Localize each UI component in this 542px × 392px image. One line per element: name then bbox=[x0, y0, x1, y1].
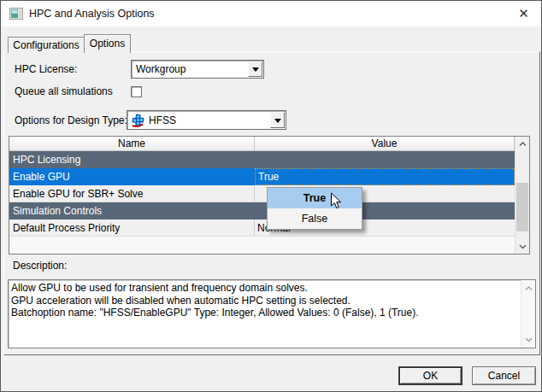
dropdown-option-false[interactable]: False bbox=[268, 208, 362, 229]
description-label: Description: bbox=[13, 257, 67, 275]
queue-all-simulations-label: Queue all simulations bbox=[15, 83, 113, 101]
scroll-up-icon[interactable] bbox=[521, 281, 535, 295]
column-header-name[interactable]: Name bbox=[9, 137, 255, 150]
scroll-up-icon[interactable] bbox=[515, 137, 529, 151]
design-type-value: HFSS bbox=[149, 111, 176, 129]
enable-gpu-value-editor[interactable]: True bbox=[255, 168, 515, 185]
hpc-license-combobox[interactable]: Workgroup bbox=[131, 60, 264, 79]
design-type-label: Options for Design Type: bbox=[15, 112, 127, 130]
hfss-icon bbox=[131, 114, 145, 128]
close-icon[interactable]: ✕ bbox=[504, 1, 542, 26]
tab-options[interactable]: Options bbox=[84, 34, 131, 53]
description-box[interactable]: Allow GPU to be used for transient and f… bbox=[8, 279, 536, 348]
hpc-license-value: Workgroup bbox=[136, 61, 186, 78]
hpc-license-dropdown-button[interactable] bbox=[248, 61, 262, 77]
design-type-combobox[interactable]: HFSS bbox=[127, 110, 286, 130]
tab-configurations[interactable]: Configurations bbox=[8, 37, 85, 53]
description-text: Allow GPU to be used for transient and f… bbox=[11, 282, 518, 319]
property-grid-body: Name Value HPC Licensing Enable GPU True… bbox=[9, 137, 515, 254]
window-title: HPC and Analysis Options bbox=[29, 1, 155, 26]
value-dropdown-popup: True False bbox=[267, 187, 362, 230]
table-row-hpc-licensing[interactable]: HPC Licensing bbox=[9, 151, 515, 168]
hpc-license-label: HPC License: bbox=[15, 61, 77, 79]
table-row-enable-gpu-sbr[interactable]: Enable GPU for SBR+ Solve bbox=[9, 185, 515, 202]
scroll-down-icon[interactable] bbox=[521, 332, 535, 347]
description-scrollbar[interactable] bbox=[521, 280, 535, 348]
dropdown-option-true[interactable]: True bbox=[268, 188, 362, 208]
queue-all-simulations-checkbox[interactable] bbox=[131, 86, 142, 97]
table-row-enable-gpu[interactable]: Enable GPU True bbox=[9, 168, 515, 185]
titlebar[interactable]: HPC and Analysis Options ✕ bbox=[1, 1, 542, 26]
design-type-dropdown-button[interactable] bbox=[270, 112, 285, 128]
app-icon bbox=[9, 8, 23, 20]
column-header-value[interactable]: Value bbox=[255, 137, 515, 150]
table-scrollbar-thumb[interactable] bbox=[516, 183, 528, 231]
table-header-row: Name Value bbox=[9, 137, 515, 151]
chevron-down-icon bbox=[252, 67, 259, 75]
ok-button[interactable]: OK bbox=[398, 366, 462, 385]
table-row-default-process-priority[interactable]: Default Process Priority Normal bbox=[9, 219, 515, 237]
scroll-down-icon[interactable] bbox=[515, 239, 529, 254]
table-scrollbar[interactable] bbox=[515, 137, 529, 254]
chevron-down-icon bbox=[274, 119, 281, 126]
hpc-analysis-options-dialog: HPC and Analysis Options ✕ Configuration… bbox=[0, 0, 542, 392]
cancel-button[interactable]: Cancel bbox=[472, 366, 536, 385]
mouse-cursor-icon bbox=[330, 192, 343, 211]
table-row-simulation-controls[interactable]: Simulation Controls bbox=[9, 202, 515, 219]
